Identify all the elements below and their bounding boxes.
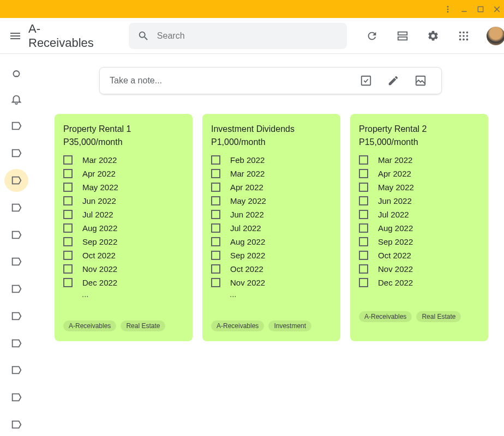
sidebar-item-label-2[interactable] [4,142,28,165]
new-checklist-button[interactable] [355,70,377,92]
checkbox-icon[interactable] [211,278,220,287]
checklist-item[interactable]: Nov 2022 [211,276,332,289]
checkbox-icon[interactable] [359,223,368,233]
checkbox-icon[interactable] [359,264,368,274]
checklist-item[interactable]: Nov 2022 [359,262,479,276]
checkbox-icon[interactable] [359,155,368,165]
checklist-item[interactable]: Aug 2022 [359,221,479,235]
sidebar-item-label-5[interactable] [4,223,28,246]
checkbox-icon[interactable] [63,169,73,178]
checklist-item[interactable]: May 2022 [359,180,479,194]
checklist-item[interactable]: Sep 2022 [211,249,332,262]
checkbox-icon[interactable] [211,169,220,178]
checkbox-icon[interactable] [63,210,73,219]
hamburger-menu-button[interactable] [9,23,22,49]
checkbox-icon[interactable] [359,278,368,287]
sidebar-item-label-3[interactable] [4,169,28,192]
checklist-item[interactable]: Jun 2022 [63,194,184,208]
checklist-item[interactable]: Sep 2022 [359,235,479,249]
sidebar-item-label-4[interactable] [4,196,28,219]
sidebar-item-label-11[interactable] [4,386,28,409]
sidebar-item-reminders[interactable] [4,88,28,111]
checkbox-icon[interactable] [359,196,368,205]
checklist-item[interactable]: Jul 2022 [211,221,332,235]
checklist-item[interactable]: Aug 2022 [211,235,332,249]
note-tag[interactable]: A-Receivables [359,311,412,322]
checkbox-icon[interactable] [63,264,73,274]
maximize-icon[interactable] [476,4,485,14]
sidebar-item-label-10[interactable] [4,359,28,382]
sidebar-item-label-6[interactable] [4,250,28,273]
note-card[interactable]: Property Rental 2 P15,000/monthMar 2022A… [350,114,488,341]
checkbox-icon[interactable] [63,237,73,246]
checklist-item[interactable]: Apr 2022 [211,180,332,194]
list-view-button[interactable] [391,24,415,48]
checklist-item[interactable]: Dec 2022 [359,276,479,289]
checklist-item[interactable]: Jun 2022 [359,194,479,208]
settings-button[interactable] [421,24,445,48]
checkbox-icon[interactable] [211,183,220,192]
checkbox-icon[interactable] [211,155,220,165]
note-tag[interactable]: Investment [268,320,311,331]
checkbox-icon[interactable] [359,210,368,219]
take-note-box[interactable]: Take a note... [99,67,442,94]
note-tag[interactable]: Real Estate [121,320,165,331]
checkbox-icon[interactable] [211,210,220,219]
checklist-item[interactable]: Oct 2022 [63,249,184,262]
checkbox-icon[interactable] [359,169,368,178]
checkbox-icon[interactable] [63,196,73,205]
note-card[interactable]: Investment Dividends P1,000/monthFeb 202… [202,114,340,341]
checkbox-icon[interactable] [211,223,220,233]
account-avatar[interactable] [487,27,504,45]
more-vert-icon[interactable] [443,4,453,14]
checklist-item[interactable]: Apr 2022 [63,167,184,180]
checkbox-icon[interactable] [211,237,220,246]
note-tag[interactable]: A-Receivables [211,320,264,331]
checkbox-icon[interactable] [211,251,220,260]
sidebar-item-label-1[interactable] [4,115,28,138]
note-tag[interactable]: A-Receivables [63,320,116,331]
checklist-item[interactable]: Aug 2022 [63,221,184,235]
checkbox-icon[interactable] [63,223,73,233]
checkbox-icon[interactable] [359,237,368,246]
checklist-item[interactable]: Oct 2022 [359,249,479,262]
checklist-item[interactable]: Oct 2022 [211,262,332,276]
checklist-item[interactable]: Feb 2022 [211,153,332,167]
checklist-item[interactable]: Sep 2022 [63,235,184,249]
sidebar-item-label-12[interactable] [4,413,28,436]
checklist-item[interactable]: Mar 2022 [63,153,184,167]
checkbox-icon[interactable] [211,196,220,205]
sidebar-item-notes[interactable] [4,60,28,83]
checklist-item[interactable]: Jul 2022 [359,208,479,221]
checklist-item[interactable]: May 2022 [211,194,332,208]
checkbox-icon[interactable] [211,264,220,274]
checklist-item[interactable]: Jul 2022 [63,208,184,221]
label-icon [10,283,22,295]
checkbox-icon[interactable] [359,183,368,192]
checkbox-icon[interactable] [63,278,73,287]
apps-grid-button[interactable] [452,24,476,48]
sidebar-item-label-9[interactable] [4,332,28,355]
checklist-item[interactable]: May 2022 [63,180,184,194]
new-drawing-button[interactable] [382,70,404,92]
sidebar-item-label-8[interactable] [4,305,28,328]
checklist-item[interactable]: Dec 2022 [63,276,184,289]
checkbox-icon[interactable] [359,251,368,260]
checklist-item[interactable]: Jun 2022 [211,208,332,221]
close-icon[interactable] [492,4,502,14]
checkbox-icon[interactable] [63,183,73,192]
note-card[interactable]: Property Rental 1 P35,000/monthMar 2022A… [55,114,193,341]
sidebar-item-label-7[interactable] [4,277,28,300]
note-tag[interactable]: Real Estate [416,311,461,322]
checkbox-icon[interactable] [63,251,73,260]
checklist-item[interactable]: Apr 2022 [359,167,479,180]
checklist-item[interactable]: Mar 2022 [211,167,332,180]
new-image-note-button[interactable] [410,70,431,92]
search-box[interactable] [129,23,347,49]
search-input[interactable] [157,31,338,41]
checklist-item[interactable]: Nov 2022 [63,262,184,276]
checklist-item[interactable]: Mar 2022 [359,153,479,167]
refresh-button[interactable] [360,24,384,48]
minimize-icon[interactable] [459,4,469,14]
checkbox-icon[interactable] [63,155,73,165]
